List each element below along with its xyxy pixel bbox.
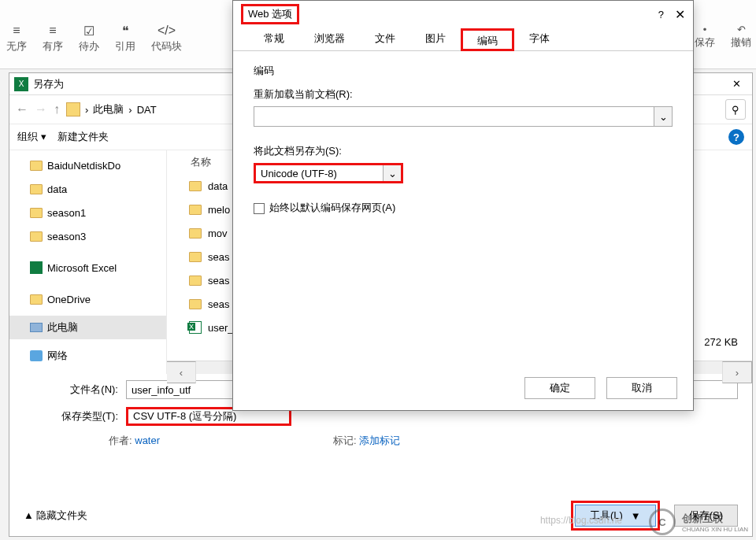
save-encoding-label: 将此文档另存为(S): bbox=[254, 144, 673, 158]
code-icon: </> bbox=[158, 22, 176, 39]
checkbox-icon bbox=[254, 203, 265, 214]
nav-forward[interactable]: → bbox=[35, 102, 47, 117]
close-button[interactable]: ✕ bbox=[721, 78, 752, 90]
folder-icon bbox=[189, 228, 202, 239]
reload-encoding-select[interactable] bbox=[254, 106, 673, 127]
tab-fonts[interactable]: 字体 bbox=[514, 28, 565, 50]
file-size: 272 KB bbox=[704, 336, 738, 348]
nav-up[interactable]: ↑ bbox=[54, 102, 60, 117]
tab-bar: 常规 浏览器 文件 图片 编码 字体 bbox=[233, 28, 693, 51]
tree-item[interactable]: season1 bbox=[9, 201, 166, 224]
tree-item[interactable]: BaiduNetdiskDo bbox=[9, 153, 166, 177]
tab-encoding[interactable]: 编码 bbox=[461, 28, 514, 51]
tree-item[interactable]: data bbox=[9, 177, 166, 201]
save-encoding-select[interactable]: Unicode (UTF-8) bbox=[254, 163, 403, 183]
section-label: 编码 bbox=[254, 64, 673, 78]
scroll-left[interactable]: ‹ bbox=[167, 361, 196, 383]
checkbox-icon: ☑ bbox=[80, 22, 98, 39]
ribbon-quote[interactable]: ❝引用 bbox=[115, 22, 135, 54]
folder-icon bbox=[30, 208, 43, 218]
filename-label: 文件名(N): bbox=[24, 383, 126, 397]
search-button[interactable]: ⚲ bbox=[725, 99, 746, 120]
tab-general[interactable]: 常规 bbox=[249, 28, 299, 50]
csv-file-icon bbox=[189, 321, 202, 334]
folder-tree: BaiduNetdiskDo data season1 season3 Micr… bbox=[9, 150, 167, 374]
ordered-list-icon: ≡ bbox=[44, 22, 61, 39]
folder-icon bbox=[189, 299, 202, 309]
scroll-right[interactable]: › bbox=[722, 361, 752, 383]
author-value[interactable]: water bbox=[135, 435, 160, 446]
organize-menu[interactable]: 组织 ▾ bbox=[17, 130, 46, 144]
tree-item-thispc[interactable]: 此电脑 bbox=[9, 316, 166, 339]
cancel-button[interactable]: 取消 bbox=[606, 377, 677, 399]
network-icon bbox=[30, 350, 43, 361]
folder-icon bbox=[30, 231, 43, 242]
ok-button[interactable]: 确定 bbox=[524, 377, 595, 399]
tag-value[interactable]: 添加标记 bbox=[359, 435, 400, 446]
close-button[interactable]: ✕ bbox=[675, 7, 685, 22]
folder-icon bbox=[189, 252, 202, 262]
web-options-dialog: Web 选项 ? ✕ 常规 浏览器 文件 图片 编码 字体 编码 重新加载当前文… bbox=[232, 0, 694, 411]
hide-folders-toggle[interactable]: ▲ 隐藏文件夹 bbox=[24, 509, 87, 523]
help-icon[interactable]: ? bbox=[728, 129, 744, 145]
pc-icon bbox=[30, 323, 43, 332]
ribbon-ordered[interactable]: ≡有序 bbox=[43, 22, 63, 54]
tree-item-excel[interactable]: Microsoft Excel bbox=[9, 256, 166, 279]
ribbon-todo[interactable]: ☑待办 bbox=[79, 22, 99, 54]
quote-icon: ❝ bbox=[117, 22, 134, 39]
list-icon: ≡ bbox=[8, 22, 25, 39]
drive-icon bbox=[66, 102, 80, 117]
new-folder-button[interactable]: 新建文件夹 bbox=[57, 130, 109, 144]
ribbon-unordered[interactable]: ≡无序 bbox=[6, 22, 27, 54]
tree-item-onedrive[interactable]: OneDrive bbox=[9, 287, 166, 311]
nav-back[interactable]: ← bbox=[16, 102, 28, 117]
ribbon-codeblock[interactable]: </>代码块 bbox=[151, 22, 182, 54]
tab-pictures[interactable]: 图片 bbox=[410, 28, 461, 50]
folder-icon bbox=[30, 184, 43, 194]
folder-icon bbox=[189, 205, 202, 215]
tab-files[interactable]: 文件 bbox=[360, 28, 410, 50]
tree-item[interactable]: season3 bbox=[9, 224, 166, 248]
logo-icon: C bbox=[649, 509, 676, 535]
breadcrumb[interactable]: › 此电脑 › DAT bbox=[66, 102, 157, 117]
chevron-down-icon: ▼ bbox=[631, 510, 641, 522]
always-default-checkbox[interactable]: 始终以默认编码保存网页(A) bbox=[254, 201, 673, 215]
dialog-title: 另存为 bbox=[33, 77, 64, 91]
watermark: C 创新互联 CHUANG XIN HU LIAN bbox=[649, 509, 748, 535]
save-icon: • bbox=[703, 24, 707, 35]
undo-icon: ↶ bbox=[737, 24, 746, 35]
tag-label: 标记: bbox=[333, 435, 357, 446]
search-icon: ⚲ bbox=[732, 104, 739, 116]
excel-icon: X bbox=[14, 77, 28, 91]
folder-icon bbox=[30, 161, 43, 171]
help-button[interactable]: ? bbox=[658, 9, 664, 20]
tab-browser[interactable]: 浏览器 bbox=[299, 28, 360, 50]
folder-icon bbox=[30, 294, 43, 305]
dialog-title: Web 选项 bbox=[241, 4, 299, 24]
author-label: 作者: bbox=[109, 435, 132, 446]
filetype-label: 保存类型(T): bbox=[24, 409, 126, 423]
reload-label: 重新加载当前文档(R): bbox=[254, 87, 673, 102]
excel-icon bbox=[30, 261, 43, 274]
ribbon-save[interactable]: •保存 bbox=[695, 24, 715, 50]
ribbon-undo[interactable]: ↶撤销 bbox=[731, 24, 751, 50]
folder-icon bbox=[189, 276, 202, 286]
folder-icon bbox=[189, 181, 202, 191]
watermark-url: https://blog.csdn.ne bbox=[540, 515, 622, 526]
tree-item-network[interactable]: 网络 bbox=[9, 344, 166, 368]
